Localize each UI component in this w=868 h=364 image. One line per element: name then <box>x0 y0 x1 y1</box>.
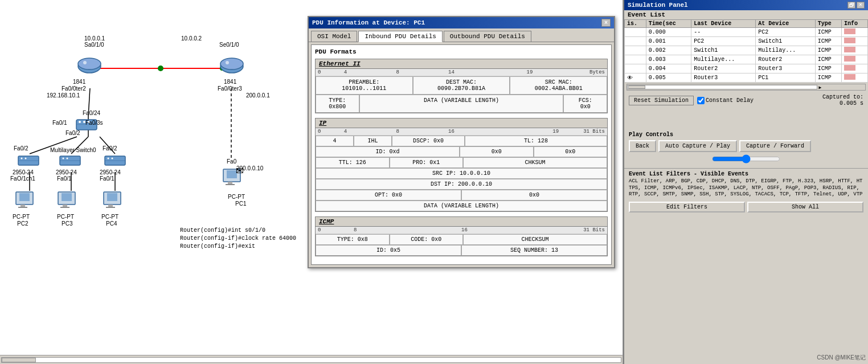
auto-capture-button[interactable]: Auto Capture / Play <box>658 140 737 152</box>
ip-data: DATA (VARIABLE LENGTH) <box>316 201 607 211</box>
event-row[interactable]: 0.003Multilaye...Router2ICMP <box>625 55 868 64</box>
ip-ihl: IHL <box>354 136 392 146</box>
event-row[interactable]: 0.000--PC2ICMP <box>625 28 868 37</box>
svg-rect-44 <box>107 193 117 201</box>
event-info <box>841 28 867 37</box>
eth-type: TYPE:0x800 <box>316 95 359 113</box>
ip-src: SRC IP: 10.0.0.10 <box>316 168 607 179</box>
ip-ttl: TTL: 126 <box>316 157 390 168</box>
svg-rect-42 <box>60 207 69 208</box>
constant-delay-checkbox[interactable] <box>697 97 705 104</box>
ip-dscp: DSCP: 0x0 <box>392 136 465 146</box>
svg-point-14 <box>83 61 87 64</box>
ip-row2: ID: 0xd 0x0 0x0 <box>316 146 607 157</box>
label-ip2: 10.0.0.2 <box>181 35 202 42</box>
reset-constant-row: Reset Simulation Constant Delay Captured… <box>629 94 863 107</box>
svg-rect-37 <box>21 205 25 207</box>
ip-label[interactable]: IP <box>319 120 326 126</box>
label-ch1: FaO/1ch1 <box>10 175 35 182</box>
event-row[interactable]: 0.004Router2Router3ICMP <box>625 64 868 73</box>
event-last-device: Router3 <box>691 73 756 83</box>
ethernet-label[interactable]: Ethernet II <box>319 60 361 67</box>
label-1841-1: 1841 <box>73 79 85 85</box>
back-button[interactable]: Back <box>629 140 656 152</box>
filters-title: Event List Filters - Visible Events <box>629 171 863 177</box>
filters-section: Event List Filters - Visible Events ACL … <box>624 168 868 364</box>
canvas-scrollbar[interactable] <box>0 355 623 364</box>
pdu-formats-title: PDU Formats <box>315 48 608 55</box>
ip-row1: 4 IHL DSCP: 0x0 TL: 128 <box>316 136 607 146</box>
label-1841-2: 1841 <box>224 79 236 85</box>
label-sa01: Sa0/1/0 <box>84 42 104 48</box>
capture-forward-button[interactable]: Capture / Forward <box>739 140 811 152</box>
icmp-ruler: 0 8 16 31 Bits <box>316 227 607 234</box>
speed-slider-row <box>629 154 863 163</box>
ip-flags: 0x0 <box>460 146 534 157</box>
label-fa02-right: Fa0/2 <box>103 145 117 152</box>
event-at-device: Router2 <box>756 55 816 64</box>
label-fa01: Fa0/1 <box>52 120 67 126</box>
ip-row3: TTL: 126 PRO: 0x1 CHKSUM <box>316 157 607 168</box>
filter-buttons-row: Edit Filters Show All <box>629 202 863 212</box>
event-at-device: Multilay... <box>756 46 816 55</box>
ip-row7: DATA (VARIABLE LENGTH) <box>316 201 607 211</box>
label-2950-3: 2950-24 <box>100 169 121 175</box>
event-at-device: Router3 <box>756 64 816 73</box>
pdu-tabs: OSI Model Inbound PDU Details Outbound P… <box>309 28 614 42</box>
sim-close-button[interactable]: × <box>857 2 865 9</box>
label-fa01-2: Fa0/1 <box>57 175 72 182</box>
event-row[interactable]: 👁0.005Router3PC1ICMP <box>625 73 868 83</box>
event-time: 0.002 <box>646 46 691 55</box>
pdu-title-bar: PDU Information at Device: PC1 × <box>309 17 614 28</box>
event-type: ICMP <box>815 37 841 46</box>
svg-rect-50 <box>226 184 235 185</box>
event-at-device: PC2 <box>756 28 816 37</box>
spacer <box>629 109 863 132</box>
play-buttons-row: Back Auto Capture / Play Capture / Forwa… <box>629 140 863 152</box>
label-pcpt-pc1: PC-PT <box>228 194 245 200</box>
event-row[interactable]: 0.001PC2Switch1ICMP <box>625 37 868 46</box>
tab-osi-model[interactable]: OSI Model <box>311 31 357 42</box>
svg-point-20 <box>79 121 81 123</box>
ip-version: 4 <box>316 136 354 146</box>
event-last-device: PC2 <box>691 37 756 46</box>
event-info <box>841 37 867 46</box>
reset-simulation-button[interactable]: Reset Simulation <box>629 96 694 105</box>
watermark: CSDN @MIKE笔记 <box>817 354 866 362</box>
constant-delay-label: Constant Delay <box>697 97 754 104</box>
show-all-button[interactable]: Show All <box>747 202 863 212</box>
icmp-label[interactable]: ICMP <box>319 218 334 225</box>
label-pc1: PC1 <box>235 201 246 207</box>
label-fa00ter2: Fa0/0ter2 <box>62 85 86 92</box>
speed-slider[interactable] <box>712 154 780 163</box>
event-list-scrollbar[interactable]: ▶ <box>627 84 866 91</box>
label-pc3: PC3 <box>62 220 72 227</box>
event-table-header-row: is. Time(sec Last Device At Device Type … <box>625 20 868 28</box>
event-type: ICMP <box>815 55 841 64</box>
eth-src-mac: SRC MAC:0002.4ABA.BB01 <box>510 76 607 95</box>
pdu-close-button[interactable]: × <box>601 19 611 27</box>
ip-tl: TL: 128 <box>465 136 607 146</box>
play-controls-label: Play Controls <box>629 132 863 138</box>
tab-outbound-pdu[interactable]: Outbound PDU Details <box>444 31 531 42</box>
ip-dst: DST IP: 200.0.0.10 <box>316 179 607 190</box>
edit-filters-button[interactable]: Edit Filters <box>629 202 745 212</box>
sim-restore-button[interactable]: 🗗 <box>847 2 855 9</box>
ip-ruler: 0 4 8 16 19 31 Bits <box>316 128 607 136</box>
col-vis: is. <box>625 20 646 28</box>
event-time: 0.000 <box>646 28 691 37</box>
event-list-header: Event List <box>624 10 868 19</box>
event-row[interactable]: 0.002Switch1Multilay...ICMP <box>625 46 868 55</box>
eth-fcs: FCS:0x0 <box>563 95 607 113</box>
pc1-icon: ✉ <box>222 168 247 193</box>
label-200010: 200.0.0.10 <box>236 165 263 171</box>
event-type: ICMP <box>815 64 841 73</box>
eth-dest-mac: DEST MAC:0090.2B70.B81A <box>413 76 510 95</box>
event-eye-icon: 👁 <box>625 73 646 83</box>
event-list-table: is. Time(sec Last Device At Device Type … <box>624 19 868 83</box>
label-192: 192.168.10.1 <box>47 92 80 99</box>
event-info <box>841 73 867 83</box>
icmp-header: ICMP <box>316 217 607 227</box>
tab-inbound-pdu[interactable]: Inbound PDU Details <box>358 31 442 42</box>
event-list-container: is. Time(sec Last Device At Device Type … <box>624 19 868 83</box>
